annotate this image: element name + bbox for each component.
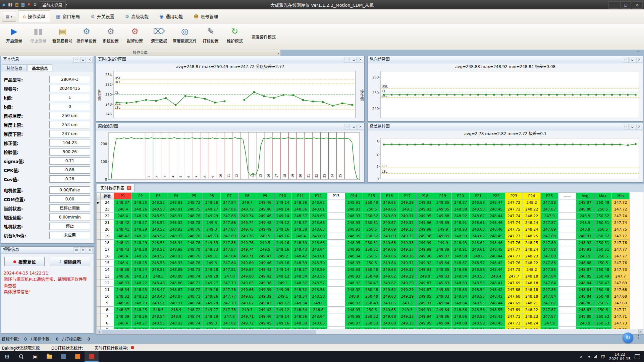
- thickness-data-file-button[interactable]: ◎厚度数据文件: [171, 23, 199, 44]
- panel-minimize-button[interactable]: ▭: [623, 57, 629, 63]
- column-header-P15[interactable]: P15: [363, 193, 381, 199]
- column-header-P24[interactable]: P24: [523, 193, 541, 199]
- tab-general-functions[interactable]: ◉通用功能: [155, 10, 187, 22]
- table-row[interactable]: 9248.36248.23248.51248.91248.74249.28247…: [97, 300, 630, 307]
- column-header-Avg[interactable]: Avg: [576, 193, 594, 199]
- tab-basic-info[interactable]: 基本信息: [28, 64, 52, 71]
- field-value[interactable]: 280AH-3: [49, 76, 90, 83]
- column-header-P13[interactable]: P13: [327, 193, 345, 199]
- tab-window-layout[interactable]: ▦窗口布局: [51, 10, 85, 22]
- panel-pin-button[interactable]: ▫: [80, 57, 86, 63]
- field-value[interactable]: 停止: [49, 223, 90, 230]
- column-header-Max[interactable]: Max: [594, 193, 612, 199]
- column-header-Min[interactable]: Min: [612, 193, 630, 199]
- table-row[interactable]: 7248.39248.26248.54248.9248.74249.29247.…: [97, 313, 630, 320]
- field-value[interactable]: 250 um: [49, 112, 90, 119]
- panel-minimize-button[interactable]: ▭: [344, 57, 350, 63]
- panel-minimize-button[interactable]: ▭: [344, 124, 350, 130]
- group-launcher-icon[interactable]: ▾: [277, 51, 279, 56]
- maximize-button[interactable]: ▢: [620, 1, 631, 9]
- field-value[interactable]: 0.00/False: [49, 186, 90, 194]
- alarm-reset-button[interactable]: ● 报警复位: [4, 257, 45, 266]
- panel-minimize-button[interactable]: ▭: [73, 247, 79, 253]
- tab-close-icon[interactable]: ×: [127, 186, 131, 190]
- tab-account-management[interactable]: ☻账号管理: [189, 10, 223, 22]
- horizontal-scrollbar[interactable]: ◄ ►: [96, 329, 643, 334]
- qat-pause-icon[interactable]: ▮▮: [8, 2, 12, 8]
- qat-layout-icon[interactable]: ▦: [21, 2, 25, 8]
- column-header-P12[interactable]: P12: [310, 193, 327, 199]
- panel-close-button[interactable]: ×: [87, 247, 93, 253]
- column-header-P10[interactable]: P10: [274, 193, 292, 199]
- show-hidden-icons[interactable]: ∧: [580, 354, 583, 359]
- task-view-button[interactable]: ▣: [28, 351, 42, 362]
- tab-operation-menu[interactable]: ⌂操作菜单: [18, 10, 50, 22]
- table-row[interactable]: 18248.41248.29248.53248.94248.76249.3324…: [97, 240, 630, 246]
- column-header-P20[interactable]: P20: [452, 193, 470, 199]
- floating-sync-button[interactable]: ↻: [623, 333, 633, 343]
- field-value[interactable]: 253 um: [49, 121, 90, 128]
- ime-indicator[interactable]: 中: [601, 354, 605, 359]
- application-menu-button[interactable]: ▦ ▾: [2, 11, 16, 22]
- table-row[interactable]: 16248.4248.26248.52248.93248.76249.31247…: [97, 253, 630, 260]
- column-header-P23[interactable]: P23: [505, 193, 523, 199]
- scroll-left-icon[interactable]: ◄: [96, 329, 101, 334]
- table-row[interactable]: 23248.4248.26248.53248.91248.75249.27247…: [97, 206, 630, 213]
- table-row[interactable]: 6248.4248.27248.55248.92248.74249.3247.8…: [97, 320, 630, 327]
- tab-realtime-data-list[interactable]: 实时数据列表 ×: [97, 184, 135, 192]
- minimize-button[interactable]: ─: [608, 1, 619, 9]
- taskbar-app-active[interactable]: [85, 351, 99, 362]
- trend-chart-panel-title[interactable]: 纵向趋势图 ▭▫×: [368, 56, 643, 63]
- file-explorer-button[interactable]: [42, 351, 56, 362]
- taskbar-app-2[interactable]: [70, 351, 85, 362]
- panel-close-button[interactable]: ×: [358, 57, 363, 63]
- basic-info-panel-title[interactable]: 基本信息 ▭▫×: [1, 56, 94, 63]
- system-settings-button[interactable]: ⚙系统设置: [99, 23, 123, 44]
- alarm-settings-button[interactable]: ⚙报警设置: [123, 23, 147, 44]
- panel-pin-button[interactable]: ▫: [351, 124, 357, 130]
- panel-pin-button[interactable]: ▫: [80, 247, 86, 253]
- panel-close-button[interactable]: ×: [358, 124, 363, 130]
- column-header-P4[interactable]: P4: [167, 193, 185, 199]
- table-row[interactable]: 22248.4248.26248.53248.91248.76249.29247…: [97, 213, 630, 220]
- column-header-P21[interactable]: P21: [470, 193, 487, 199]
- qat-settings-icon[interactable]: ⚙: [33, 2, 37, 8]
- clear-buzzer-button[interactable]: ♪ 清除蜂鸣: [50, 257, 90, 266]
- ribbon-collapse-icon[interactable]: ^: [637, 50, 640, 55]
- column-header-——[interactable]: ——: [558, 193, 576, 199]
- panel-minimize-button[interactable]: ▭: [73, 57, 79, 63]
- column-header-P19[interactable]: P19: [434, 193, 452, 199]
- column-header-P3[interactable]: P3: [150, 193, 167, 199]
- marking-settings-button[interactable]: ✎打标设置: [199, 23, 223, 44]
- field-value[interactable]: 已停止测量: [49, 204, 90, 212]
- qat-new-roll-icon[interactable]: ▤: [15, 2, 18, 8]
- scroll-right-icon[interactable]: ►: [638, 329, 643, 334]
- notification-center-icon[interactable]: [635, 354, 640, 359]
- maintenance-mode-button[interactable]: ↻维护模式: [223, 23, 247, 44]
- column-header-P5[interactable]: P5: [185, 193, 203, 199]
- table-row[interactable]: 15248.4248.25248.53248.93248.76249.3247.…: [97, 260, 630, 266]
- wide-temp-mode-button[interactable]: 宽温套件模式: [252, 34, 276, 40]
- panel-minimize-button[interactable]: ▭: [623, 124, 629, 130]
- title-bar[interactable]: ▶▮▮▤▦⚑⚙ 当前未登录 ▾ 大成激光在线测厚仪 Ver1.1.2.3_Mot…: [0, 0, 644, 9]
- new-roll-button[interactable]: ▤新建膜卷号: [50, 23, 74, 44]
- table-row[interactable]: 17248.43248.28248.52248.95248.78249.3324…: [97, 246, 630, 253]
- field-value[interactable]: 104.23: [49, 139, 90, 146]
- worksheet-settings-button[interactable]: ⚙操作单设置: [74, 23, 99, 44]
- waveform-chart-panel-title[interactable]: 原始波形图 ▭▫×: [96, 123, 364, 130]
- table-row[interactable]: 14248.36248.24248.51248.89248.73249.2824…: [97, 266, 630, 273]
- column-header-P1[interactable]: P1: [114, 193, 132, 199]
- close-button[interactable]: ×: [632, 1, 643, 9]
- column-header-P7[interactable]: P7: [221, 193, 238, 199]
- tab-switch-settings[interactable]: ⚙开关设置: [86, 10, 119, 22]
- scrollbar-thumb[interactable]: [102, 330, 316, 334]
- column-header-P9[interactable]: P9: [256, 193, 274, 199]
- clear-data-button[interactable]: ⌦清空数据: [147, 23, 171, 44]
- tab-other-info[interactable]: 其他信息: [2, 64, 27, 71]
- table-row[interactable]: 11248.34248.23248.47248.87248.72249.2624…: [97, 287, 630, 293]
- field-value[interactable]: 247 um: [49, 130, 90, 137]
- column-header-趟数[interactable]: 趟数: [101, 193, 114, 199]
- network-icon[interactable]: [594, 355, 597, 358]
- panel-close-button[interactable]: ×: [87, 57, 93, 63]
- table-row[interactable]: 21248.42248.27248.52248.92248.78249.3247…: [97, 220, 630, 226]
